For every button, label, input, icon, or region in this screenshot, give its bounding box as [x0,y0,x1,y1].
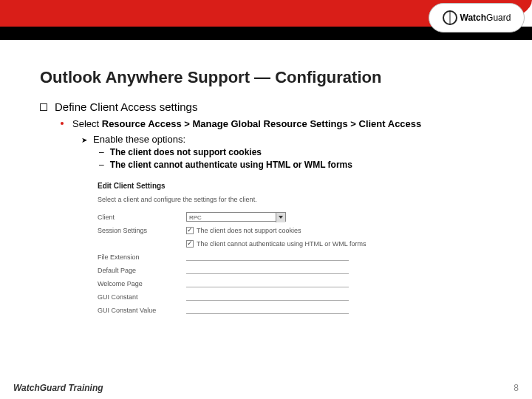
slide-title: Outlook Anywhere Support — Configuration [40,68,492,87]
client-label: Client [98,214,186,221]
bullet-level-1: Define Client Access settings [40,100,492,113]
bullet-level-2: Select Resource Access > Manage Global R… [61,117,492,131]
arrow-bullet-icon: ➤ [81,136,87,145]
gui-constant-value-row: GUI Constant Value [98,304,415,317]
default-page-row: Default Page [98,264,415,277]
gui-constant-input[interactable] [186,293,349,301]
footer-text: WatchGuard Training [13,383,103,393]
gui-constant-row: GUI Constant [98,290,415,304]
file-extension-input[interactable] [186,253,349,261]
logo-text: WatchGuard [460,13,511,23]
bullet-level-1-text: Define Client Access settings [55,100,197,113]
panel-title: Edit Client Settings [98,182,415,190]
gui-constant-value-label: GUI Constant Value [98,307,186,314]
bullet-level-3: ➤ Enable these options: [81,134,492,145]
default-page-input[interactable] [186,266,349,274]
welcome-page-input[interactable] [186,279,349,287]
gui-constant-label: GUI Constant [98,293,186,301]
cookies-checkbox[interactable] [186,227,194,234]
bullet-level-3-text: Enable these options: [93,134,185,145]
auth-checkbox[interactable] [186,240,194,248]
option-item-2: The client cannot authenticate using HTM… [99,160,492,170]
welcome-page-row: Welcome Page [98,277,415,290]
gui-constant-value-input[interactable] [186,306,349,314]
client-row: Client RPC [98,211,415,224]
client-select[interactable]: RPC [186,212,286,222]
dot-bullet-icon [61,122,64,125]
globe-icon [443,10,457,25]
panel-description: Select a client and configure the settin… [98,196,415,203]
session-settings-row-1: Session Settings The client does not sup… [98,224,415,237]
auth-checkbox-label: The client cannot authenticate using HTM… [197,240,366,248]
chevron-down-icon [279,216,283,219]
file-extension-label: File Extension [98,253,186,261]
bullet-level-2-text: Select Resource Access > Manage Global R… [72,117,421,131]
session-settings-row-2: The client cannot authenticate using HTM… [98,237,415,250]
welcome-page-label: Welcome Page [98,280,186,287]
default-page-label: Default Page [98,267,186,274]
brand-logo: WatchGuard [429,3,525,33]
square-bullet-icon [40,103,47,111]
option-item-1: The client does not support cookies [99,147,492,157]
session-settings-label: Session Settings [98,227,186,234]
file-extension-row: File Extension [98,250,415,264]
settings-panel: Edit Client Settings Select a client and… [98,182,415,317]
footer: WatchGuard Training 8 [13,383,519,393]
page-number: 8 [514,383,519,393]
cookies-checkbox-label: The client does not support cookies [197,227,301,234]
slide-content: Outlook Anywhere Support — Configuration… [0,53,532,317]
client-select-value: RPC [189,214,202,221]
header: WatchGuard [0,0,532,53]
